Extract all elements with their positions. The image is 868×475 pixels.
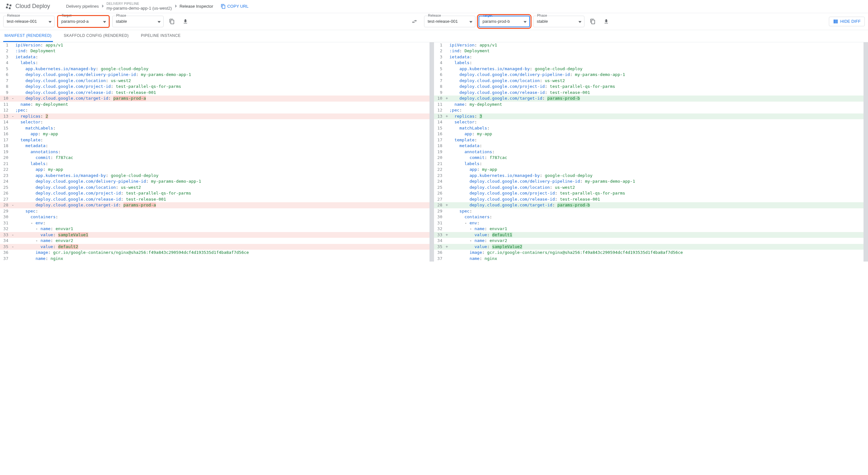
- code-line: 30 containers:: [0, 214, 434, 220]
- gutter-mark: [445, 226, 450, 232]
- code-line: 14 selector:: [434, 119, 868, 125]
- tab-skaffold[interactable]: SKAFFOLD CONFIG (RENDERED): [63, 30, 130, 42]
- tabs: MANIFEST (RENDERED) SKAFFOLD CONFIG (REN…: [0, 30, 868, 42]
- download-icon: [183, 19, 188, 24]
- right-target-field: Target params-prod-b: [478, 16, 530, 27]
- code-content: deploy.cloud.google.com/location: us-wes…: [450, 78, 868, 84]
- code-content: app: my-app: [16, 167, 434, 173]
- left-download-button[interactable]: [180, 16, 190, 27]
- line-number: 28: [434, 202, 445, 208]
- left-diff-pane[interactable]: 1 ipiVersion: apps/v12 :ind: Deployment3…: [0, 42, 434, 262]
- gutter-mark: [11, 184, 16, 191]
- right-phase-select[interactable]: stable: [533, 16, 584, 27]
- breadcrumb-pipeline-label: DELIVERY PIPELINE: [106, 2, 172, 6]
- code-line: 25 deploy.cloud.google.com/location: us-…: [434, 184, 868, 191]
- left-target-select[interactable]: params-prod-a: [58, 16, 109, 27]
- line-number: 24: [0, 178, 11, 184]
- left-release-select[interactable]: test-release-001: [3, 16, 55, 27]
- code-line: 26 deploy.cloud.google.com/project-id: t…: [434, 191, 868, 197]
- gutter-mark: [11, 131, 16, 137]
- line-number: 32: [434, 226, 445, 232]
- right-target-select[interactable]: params-prod-b: [478, 16, 530, 27]
- caret-down-icon: [524, 19, 527, 24]
- gutter-mark: [11, 238, 16, 244]
- code-content: selector:: [450, 119, 868, 125]
- code-content: name: my-deployment: [450, 102, 868, 108]
- gutter-mark: [445, 119, 450, 125]
- code-line: 34 - name: envvar2: [434, 238, 868, 244]
- line-number: 36: [434, 250, 445, 256]
- hide-diff-label: HIDE DIFF: [840, 19, 861, 24]
- gutter-mark: [11, 155, 16, 161]
- right-download-button[interactable]: [601, 16, 611, 27]
- line-number: 5: [0, 66, 11, 72]
- code-line: 4 labels:: [434, 60, 868, 66]
- left-scroll-indicator[interactable]: [430, 42, 434, 262]
- line-number: 29: [0, 208, 11, 214]
- gutter-mark: [11, 191, 16, 197]
- gutter-mark: [445, 208, 450, 214]
- gutter-mark: [445, 238, 450, 244]
- code-line: 24 deploy.cloud.google.com/delivery-pipe…: [434, 178, 868, 184]
- breadcrumb-root[interactable]: Delivery pipelines: [66, 4, 99, 9]
- code-line: 35- value: default2: [0, 244, 434, 250]
- code-content: selector:: [16, 119, 434, 125]
- line-number: 2: [0, 48, 11, 54]
- code-content: :ind: Deployment: [450, 48, 868, 54]
- hide-diff-button[interactable]: HIDE DIFF: [829, 17, 865, 26]
- code-line: 33+ value: default1: [434, 232, 868, 238]
- line-number: 1: [0, 42, 11, 48]
- gutter-mark: [445, 256, 450, 262]
- swap-horiz-icon: [411, 19, 417, 24]
- right-phase-value: stable: [537, 19, 548, 24]
- code-content: app: my-app: [450, 167, 868, 173]
- line-number: 9: [434, 90, 445, 96]
- gutter-mark: [445, 131, 450, 137]
- swap-sides-button[interactable]: [409, 16, 420, 27]
- code-line: 24 deploy.cloud.google.com/delivery-pipe…: [0, 178, 434, 184]
- gutter-mark: [11, 54, 16, 60]
- gutter-mark: [11, 102, 16, 108]
- line-number: 33: [434, 232, 445, 238]
- code-content: deploy.cloud.google.com/location: us-wes…: [16, 184, 434, 191]
- line-number: 15: [0, 125, 11, 131]
- gutter-mark: [11, 48, 16, 54]
- copy-url-button[interactable]: COPY URL: [221, 4, 248, 9]
- gutter-mark: [445, 137, 450, 143]
- code-content: deploy.cloud.google.com/release-id: test…: [450, 90, 868, 96]
- breadcrumb-pipeline[interactable]: DELIVERY PIPELINE my-params-demo-app-1 (…: [106, 2, 172, 11]
- code-content: ipiVersion: apps/v1: [16, 42, 434, 48]
- right-release-field: Release test-release-001: [424, 16, 475, 27]
- chevron-right-icon: [175, 4, 177, 9]
- code-content: containers:: [450, 214, 868, 220]
- code-content: deploy.cloud.google.com/delivery-pipelin…: [16, 72, 434, 78]
- code-content: template:: [450, 137, 868, 143]
- left-phase-select[interactable]: stable: [112, 16, 163, 27]
- line-number: 31: [434, 220, 445, 226]
- right-scroll-indicator[interactable]: [864, 42, 868, 262]
- line-number: 7: [434, 78, 445, 84]
- right-diff-pane[interactable]: 1 ipiVersion: apps/v12 :ind: Deployment3…: [434, 42, 868, 262]
- code-line: 14 selector:: [0, 119, 434, 125]
- code-line: 37 name: nginx: [434, 256, 868, 262]
- gutter-mark: [11, 119, 16, 125]
- code-content: labels:: [450, 161, 868, 167]
- tab-pipeline[interactable]: PIPELINE INSTANCE: [140, 30, 182, 42]
- right-copy-button[interactable]: [588, 16, 598, 27]
- code-content: deploy.cloud.google.com/project-id: test…: [450, 83, 868, 90]
- code-line: 7 deploy.cloud.google.com/location: us-w…: [434, 78, 868, 84]
- gutter-mark: [445, 197, 450, 203]
- line-number: 27: [434, 197, 445, 203]
- code-line: 6 deploy.cloud.google.com/delivery-pipel…: [0, 72, 434, 78]
- tab-manifest[interactable]: MANIFEST (RENDERED): [3, 30, 53, 42]
- line-number: 34: [434, 238, 445, 244]
- code-content: ietadata:: [450, 54, 868, 60]
- gutter-mark: [445, 48, 450, 54]
- right-release-select[interactable]: test-release-001: [424, 16, 475, 27]
- breadcrumb-current: Release Inspector: [180, 4, 213, 9]
- left-copy-button[interactable]: [167, 16, 177, 27]
- line-number: 35: [434, 244, 445, 250]
- line-number: 31: [0, 220, 11, 226]
- code-line: 18 metadata:: [434, 143, 868, 149]
- line-number: 30: [434, 214, 445, 220]
